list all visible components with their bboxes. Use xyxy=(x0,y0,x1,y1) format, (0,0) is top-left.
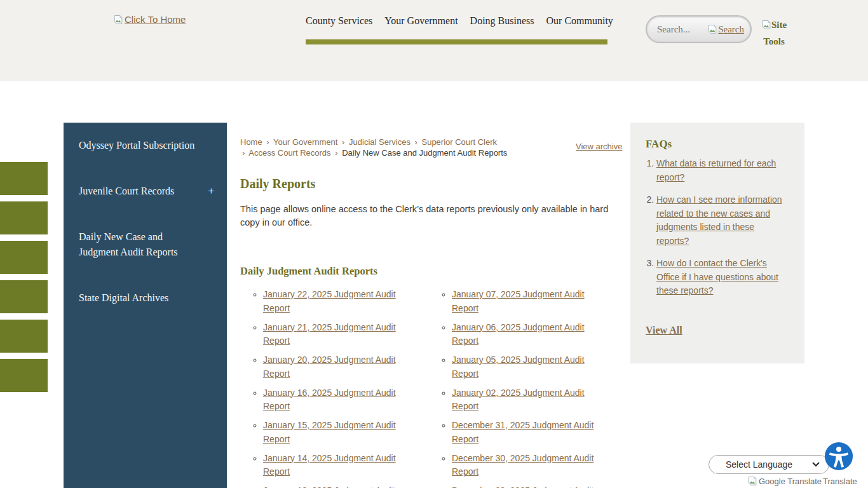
faq-view-all-link[interactable]: View All xyxy=(646,325,682,336)
breadcrumb-line-2: › Access Court Records › Daily New Case … xyxy=(240,147,618,158)
list-item: January 02, 2025 Judgment Audit Report xyxy=(452,386,599,414)
broken-image-icon xyxy=(113,15,123,25)
social-share-rail xyxy=(0,162,48,392)
home-logo-label: Click To Home xyxy=(125,14,186,25)
broken-image-icon xyxy=(747,476,757,486)
main-nav: County Services Your Government Doing Bu… xyxy=(306,15,607,27)
breadcrumb-separator: › xyxy=(340,137,346,147)
list-item: January 22, 2025 Judgment Audit Report xyxy=(263,288,410,315)
faq-title: FAQs xyxy=(646,138,789,151)
language-select-value: Select Language xyxy=(726,459,812,470)
breadcrumb-superior-court-clerk[interactable]: Superior Court Clerk xyxy=(421,137,497,147)
breadcrumb-separator: › xyxy=(333,148,339,158)
nav-underline-bar xyxy=(306,39,607,44)
report-link[interactable]: January 07, 2025 Judgment Audit Report xyxy=(452,289,585,313)
social-share-block[interactable] xyxy=(0,241,48,274)
google-translate-logo-alt: Google Translate xyxy=(759,477,822,486)
breadcrumb-your-government[interactable]: Your Government xyxy=(273,137,337,147)
sidebar-item-label: Daily New Case and Judgment Audit Report… xyxy=(79,231,178,257)
report-link[interactable]: January 13, 2025 Judgment Audit Report xyxy=(263,485,396,488)
sidebar-item-daily-new-case-and-judgment-audit-reports[interactable]: Daily New Case and Judgment Audit Report… xyxy=(64,214,227,275)
social-share-block[interactable] xyxy=(0,280,48,313)
list-item: January 13, 2025 Judgment Audit Report xyxy=(263,484,410,488)
list-item: January 15, 2025 Judgment Audit Report xyxy=(263,419,410,446)
sidebar-item-state-digital-archives[interactable]: State Digital Archives xyxy=(64,275,227,321)
sidebar-item-juvenile-court-records[interactable]: Juvenile Court Records + xyxy=(64,168,227,214)
report-links: January 22, 2025 Judgment Audit Report J… xyxy=(240,288,618,488)
list-item: January 14, 2025 Judgment Audit Report xyxy=(263,452,410,479)
breadcrumb-separator: › xyxy=(413,137,419,147)
list-item: December 29, 2025 Judgment Audit Report xyxy=(452,484,599,488)
list-item: January 16, 2025 Judgment Audit Report xyxy=(263,386,410,414)
view-archive-link[interactable]: View archive xyxy=(576,142,622,151)
site-tools-link[interactable]: Site Tools xyxy=(761,17,787,50)
expand-plus-icon[interactable]: + xyxy=(208,184,214,199)
section-title: Daily Judgment Audit Reports xyxy=(240,265,618,278)
report-link[interactable]: December 31, 2025 Judgment Audit Report xyxy=(452,420,593,444)
search-box: Search xyxy=(646,15,752,43)
faq-link[interactable]: How can I see more information related t… xyxy=(656,194,782,246)
list-item: What data is returned for each report? xyxy=(656,157,789,184)
report-link[interactable]: January 06, 2025 Judgment Audit Report xyxy=(452,322,585,346)
language-select[interactable]: Select Language xyxy=(709,455,829,474)
accessibility-widget-button[interactable] xyxy=(824,442,853,471)
report-link[interactable]: January 22, 2025 Judgment Audit Report xyxy=(263,289,396,313)
sidebar-item-label: Juvenile Court Records xyxy=(79,186,174,196)
social-share-block[interactable] xyxy=(0,162,48,195)
list-item: January 20, 2025 Judgment Audit Report xyxy=(263,353,410,381)
broken-image-icon xyxy=(761,20,771,30)
intro-paragraph: This page allows online access to the Cl… xyxy=(240,203,610,229)
list-item: January 06, 2025 Judgment Audit Report xyxy=(452,321,599,348)
list-item: January 07, 2025 Judgment Audit Report xyxy=(452,288,599,315)
nav-county-services[interactable]: County Services xyxy=(306,15,372,27)
nav-our-community[interactable]: Our Community xyxy=(546,15,613,27)
faq-link[interactable]: What data is returned for each report? xyxy=(656,158,776,182)
breadcrumb-separator: › xyxy=(264,137,271,147)
sidebar: Odyssey Portal Subscription Juvenile Cou… xyxy=(64,123,227,488)
sidebar-item-odyssey-portal-subscription[interactable]: Odyssey Portal Subscription xyxy=(64,123,227,168)
report-link[interactable]: December 29, 2025 Judgment Audit Report xyxy=(452,485,593,488)
breadcrumb-home[interactable]: Home xyxy=(240,137,262,147)
home-logo-link[interactable]: Click To Home xyxy=(113,14,186,25)
broken-image-icon xyxy=(707,24,717,34)
report-links-column-2: January 07, 2025 Judgment Audit Report J… xyxy=(429,288,618,488)
sidebar-item-label: Odyssey Portal Subscription xyxy=(79,140,194,151)
social-share-block[interactable] xyxy=(0,359,48,392)
main-content: View archive Home › Your Government › Ju… xyxy=(240,137,618,488)
report-link[interactable]: January 15, 2025 Judgment Audit Report xyxy=(263,420,396,444)
breadcrumb: Home › Your Government › Judicial Servic… xyxy=(240,137,618,158)
list-item: How can I see more information related t… xyxy=(656,193,789,248)
report-link[interactable]: January 16, 2025 Judgment Audit Report xyxy=(263,388,396,412)
google-translate-attribution: Google Translate Translate xyxy=(747,476,857,486)
breadcrumb-judicial-services[interactable]: Judicial Services xyxy=(349,137,410,147)
social-share-block[interactable] xyxy=(0,201,48,234)
list-item: How do I contact the Clerk's Office if I… xyxy=(656,257,789,298)
search-input[interactable] xyxy=(657,24,707,35)
nav-doing-business[interactable]: Doing Business xyxy=(470,15,534,27)
faq-panel: FAQs What data is returned for each repo… xyxy=(630,123,804,363)
chevron-down-icon xyxy=(812,462,820,467)
report-link[interactable]: January 14, 2025 Judgment Audit Report xyxy=(263,453,396,477)
page: Click To Home County Services Your Gover… xyxy=(0,0,868,488)
breadcrumb-access-court-records[interactable]: Access Court Records xyxy=(248,148,330,158)
breadcrumb-current-page: Daily New Case and Judgment Audit Report… xyxy=(342,148,507,158)
report-links-column-1: January 22, 2025 Judgment Audit Report J… xyxy=(240,288,429,488)
sidebar-item-label: State Digital Archives xyxy=(79,292,168,303)
list-item: January 21, 2025 Judgment Audit Report xyxy=(263,321,410,348)
faq-list: What data is returned for each report? H… xyxy=(646,157,789,298)
faq-link[interactable]: How do I contact the Clerk's Office if I… xyxy=(656,258,778,295)
google-translate-label: Translate xyxy=(823,477,857,486)
report-link[interactable]: January 05, 2025 Judgment Audit Report xyxy=(452,355,585,379)
report-link[interactable]: January 02, 2025 Judgment Audit Report xyxy=(452,388,585,412)
search-button-label: Search xyxy=(718,24,744,35)
social-share-block[interactable] xyxy=(0,320,48,353)
breadcrumb-separator: › xyxy=(240,148,247,158)
nav-your-government[interactable]: Your Government xyxy=(384,15,458,27)
list-item: December 31, 2025 Judgment Audit Report xyxy=(452,419,599,446)
report-link[interactable]: January 21, 2025 Judgment Audit Report xyxy=(263,322,396,346)
search-button[interactable]: Search xyxy=(707,24,744,35)
report-link[interactable]: December 30, 2025 Judgment Audit Report xyxy=(452,453,593,477)
report-link[interactable]: January 20, 2025 Judgment Audit Report xyxy=(263,355,396,379)
breadcrumb-line-1: Home › Your Government › Judicial Servic… xyxy=(240,137,618,147)
accessibility-icon xyxy=(824,442,853,471)
